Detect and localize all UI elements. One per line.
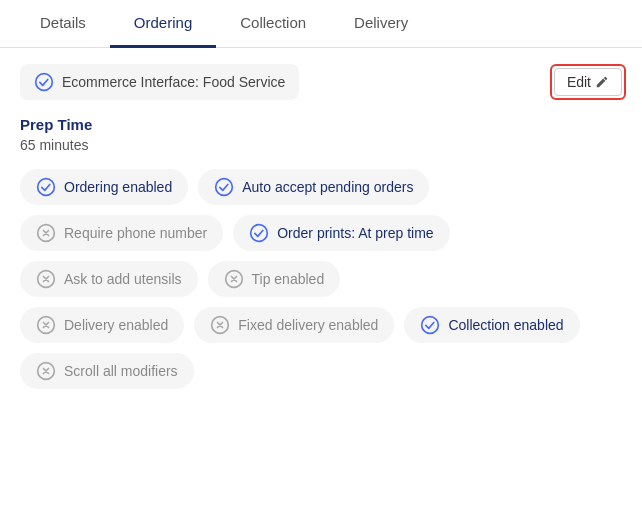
option-label: Fixed delivery enabled — [238, 317, 378, 333]
svg-point-4 — [251, 225, 268, 242]
tab-delivery[interactable]: Delivery — [330, 0, 432, 48]
pencil-icon — [595, 75, 609, 89]
prep-time-value: 65 minutes — [20, 137, 622, 153]
svg-point-1 — [38, 179, 55, 196]
edit-button-label: Edit — [567, 74, 591, 90]
svg-point-9 — [422, 317, 439, 334]
option-chip-require-phone: Require phone number — [20, 215, 223, 251]
x-circle-icon — [36, 315, 56, 335]
options-row-3: Delivery enabled Fixed delivery enabled … — [20, 307, 622, 343]
prep-time-title: Prep Time — [20, 116, 622, 133]
option-chip-auto-accept: Auto accept pending orders — [198, 169, 429, 205]
tab-collection[interactable]: Collection — [216, 0, 330, 48]
options-row-2: Ask to add utensils Tip enabled — [20, 261, 622, 297]
option-label: Ordering enabled — [64, 179, 172, 195]
x-circle-icon — [36, 361, 56, 381]
ecommerce-badge: Ecommerce Interface: Food Service — [20, 64, 299, 100]
option-label: Ask to add utensils — [64, 271, 182, 287]
x-circle-icon — [36, 223, 56, 243]
check-circle-icon — [36, 177, 56, 197]
option-chip-delivery-enabled: Delivery enabled — [20, 307, 184, 343]
edit-button-wrapper: Edit — [550, 64, 626, 100]
tab-details[interactable]: Details — [16, 0, 110, 48]
option-chip-scroll-modifiers: Scroll all modifiers — [20, 353, 194, 389]
x-circle-icon — [210, 315, 230, 335]
main-content: Ecommerce Interface: Food Service Edit P… — [0, 48, 642, 405]
ecommerce-label: Ecommerce Interface: Food Service — [62, 74, 285, 90]
option-chip-order-prints: Order prints: At prep time — [233, 215, 449, 251]
svg-point-0 — [36, 74, 53, 91]
svg-point-2 — [216, 179, 233, 196]
check-circle-icon — [249, 223, 269, 243]
option-chip-ask-utensils: Ask to add utensils — [20, 261, 198, 297]
option-label: Require phone number — [64, 225, 207, 241]
option-chip-fixed-delivery: Fixed delivery enabled — [194, 307, 394, 343]
check-circle-icon — [34, 72, 54, 92]
tab-bar: Details Ordering Collection Delivery — [0, 0, 642, 48]
edit-button[interactable]: Edit — [554, 68, 622, 96]
prep-time-section: Prep Time 65 minutes — [20, 116, 622, 153]
x-circle-icon — [224, 269, 244, 289]
option-label: Order prints: At prep time — [277, 225, 433, 241]
option-chip-tip-enabled: Tip enabled — [208, 261, 341, 297]
options-row-0: Ordering enabled Auto accept pending ord… — [20, 169, 622, 205]
option-chip-ordering-enabled: Ordering enabled — [20, 169, 188, 205]
option-chip-collection-enabled: Collection enabled — [404, 307, 579, 343]
option-label: Collection enabled — [448, 317, 563, 333]
options-row-4: Scroll all modifiers — [20, 353, 622, 389]
options-row-1: Require phone number Order prints: At pr… — [20, 215, 622, 251]
option-label: Delivery enabled — [64, 317, 168, 333]
check-circle-icon — [420, 315, 440, 335]
options-grid: Ordering enabled Auto accept pending ord… — [20, 169, 622, 389]
option-label: Scroll all modifiers — [64, 363, 178, 379]
option-label: Auto accept pending orders — [242, 179, 413, 195]
check-circle-icon — [214, 177, 234, 197]
option-label: Tip enabled — [252, 271, 325, 287]
x-circle-icon — [36, 269, 56, 289]
tab-ordering[interactable]: Ordering — [110, 0, 216, 48]
